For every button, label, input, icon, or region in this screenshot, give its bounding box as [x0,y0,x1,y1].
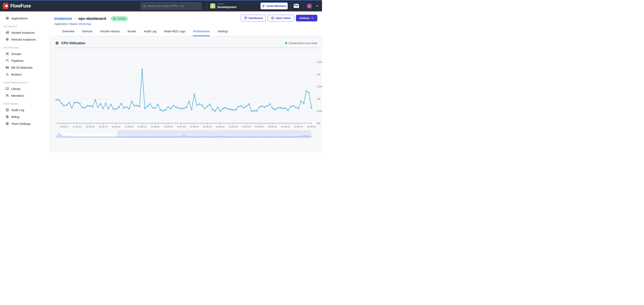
cpu-chart-svg: 0%0.5%1%1.5%2%2.5%11:50:1111:51:0111:51:… [50,48,322,129]
data-point-marker [272,107,273,109]
tab-assets[interactable]: Assets [128,30,136,36]
search-icon [143,4,146,8]
sidebar-item-bill-of-materials[interactable]: Bill Of Materials [0,64,49,71]
play-circle-icon [113,17,116,20]
data-point-marker [214,110,216,112]
data-point-marker [220,110,221,112]
application-link[interactable]: Mayker Workshop [69,22,91,25]
bill-of-materials-icon [6,66,9,69]
sidebar-item-applications[interactable]: Applications [0,15,49,22]
sidebar-item-label: Brokers [11,73,22,76]
data-point-marker [118,107,119,108]
open-editor-button[interactable]: Open Editor [268,15,294,21]
data-point-marker [295,107,296,108]
x-axis-label: 11:50:11 [60,125,68,128]
sidebar-item-brokers[interactable]: Brokers [0,71,49,78]
data-point-marker [308,92,310,93]
data-point-marker [277,107,278,109]
sidebar-item-label: Members [11,94,24,97]
performance-content: CPU Utilisation Connected to Live Data 0… [50,36,322,152]
data-point-marker [176,107,177,108]
application-row: Application: Mayker Workshop [54,22,322,26]
tab-node-red-logs[interactable]: Node-RED Logs [164,30,185,36]
audit-log-icon [6,108,9,112]
data-point-marker [128,108,130,109]
actions-button[interactable]: Actions [296,15,317,21]
sidebar-item-remote-instances[interactable]: Remote Instances [0,36,49,43]
data-point-marker [110,104,112,105]
tab-performance[interactable]: Performance [193,30,210,36]
sidebar-item-hosted-instances[interactable]: Hosted Instances [0,29,49,36]
data-point-marker [235,109,236,110]
data-point-marker [87,105,88,106]
app-window: FlowFuse TEAM: Development [0,0,322,152]
chevron-down-icon [311,16,314,19]
sidebar-item-members[interactable]: Members [0,92,49,99]
x-axis-label: 11:53:31 [112,125,120,128]
data-point-marker [280,107,281,108]
x-axis-label: 12:03:31 [268,125,277,128]
pipelines-icon [6,59,9,62]
data-point-marker [300,101,302,102]
sidebar-item-pipelines[interactable]: Pipelines [0,57,49,64]
data-point-marker [285,107,286,109]
sidebar-section-label: INSTANCES [0,25,49,28]
billing-icon [6,115,9,119]
sidebar-item-label: Billing [11,115,20,119]
tab-audit-log[interactable]: Audit Log [144,30,156,36]
tab-devices[interactable]: Devices [82,30,92,36]
data-point-marker [74,102,75,103]
y-axis-label: 1.5% [317,85,322,88]
sidebar-item-groups[interactable]: Groups [0,50,49,57]
data-point-marker [100,103,101,105]
data-point-marker [238,106,239,107]
x-axis-label: 12:01:01 [229,125,238,128]
user-plus-icon [262,4,265,8]
data-point-marker [274,109,276,110]
x-axis-label: 12:05:11 [294,125,303,128]
sidebar-item-team-settings[interactable]: Team Settings [0,120,49,127]
x-axis-label: 11:51:51 [86,125,94,128]
sidebar-item-label: Bill Of Materials [11,66,32,69]
data-point-marker [170,108,172,109]
brush-handle-left[interactable] [117,133,118,137]
data-point-marker [134,105,135,106]
chevron-right-icon [74,17,77,20]
chart-range-brush[interactable] [50,130,322,140]
x-axis-label: 11:51:01 [72,125,82,128]
sidebar-item-library[interactable]: Library [0,85,49,92]
data-point-marker [217,107,218,108]
pie-chart-icon [244,16,247,20]
x-axis-label: 12:01:51 [242,125,251,128]
breadcrumb-instances-link[interactable]: Instances [54,16,72,21]
data-point-marker [233,109,234,111]
brush-grip-icon [213,131,214,132]
x-axis-label: 11:58:31 [190,125,199,128]
x-axis-label: 11:52:41 [99,125,108,128]
sidebar-item-billing[interactable]: Billing [0,113,49,120]
tab-overview[interactable]: Overview [62,30,74,36]
data-point-marker [144,108,145,109]
data-point-marker [225,107,226,108]
x-axis-label: 11:57:41 [177,125,186,128]
user-avatar: jp [307,3,312,8]
tab-settings[interactable]: Settings [218,30,228,36]
tab-version-history[interactable]: Version History [100,30,120,36]
brush-handle-right[interactable] [310,133,312,137]
data-point-marker [84,107,86,108]
mail-button[interactable] [294,3,299,8]
data-point-marker [79,103,80,104]
x-axis-label: 11:54:21 [125,125,134,128]
sidebar-item-audit-log[interactable]: Audit Log [0,106,49,113]
team-search[interactable] [141,2,201,9]
actions-button-label: Actions [299,16,310,19]
dashboard-button[interactable]: Dashboard [241,15,266,21]
sidebar-item-label: Team Settings [11,122,30,125]
brush-selection[interactable] [118,132,311,138]
search-input[interactable] [148,4,199,7]
invite-members-button[interactable]: Invite Members [260,2,288,9]
data-point-marker [222,108,224,109]
user-menu[interactable]: jp [307,0,319,11]
data-point-marker [240,105,242,107]
brand[interactable]: FlowFuse [3,0,31,11]
